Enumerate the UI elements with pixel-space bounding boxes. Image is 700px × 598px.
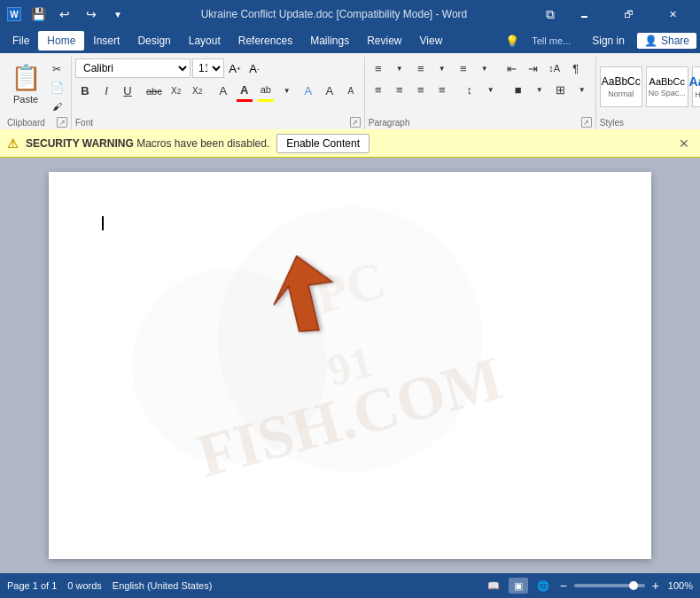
style-normal[interactable]: AaBbCc Normal <box>600 66 642 107</box>
customize-qat-button[interactable]: ▼ <box>108 4 128 24</box>
justify-button[interactable]: ≡ <box>432 80 452 99</box>
style-no-spacing[interactable]: AaBbCc No Spac... <box>646 66 688 107</box>
title-bar-controls: ⧉ 🗕 🗗 ✕ <box>541 0 693 28</box>
menu-mailings[interactable]: Mailings <box>301 31 358 50</box>
security-bar: ⚠ SECURITY WARNING Macros have been disa… <box>0 129 700 158</box>
font-size-smaller[interactable]: A <box>341 82 361 101</box>
underline-button[interactable]: U <box>118 82 137 101</box>
menu-insert[interactable]: Insert <box>84 31 128 50</box>
font-shrink-button[interactable]: A- <box>245 59 263 77</box>
font-grow-button[interactable]: A+ <box>226 59 244 77</box>
zoom-slider[interactable] <box>574 584 645 587</box>
restore-button[interactable]: 🗗 <box>608 0 649 28</box>
bold-button[interactable]: B <box>75 82 95 101</box>
menu-references[interactable]: References <box>229 31 301 50</box>
undo-button[interactable]: ↩ <box>55 4 74 24</box>
paragraph-expand[interactable]: ↗ <box>581 117 592 128</box>
language: English (United States) <box>113 580 213 591</box>
font-size-bigger[interactable]: A <box>320 82 339 101</box>
status-bar: Page 1 of 1 0 words English (United Stat… <box>0 573 700 598</box>
paragraph-group: ≡ ▼ ≡ ▼ ≡ ▼ ⇤ ⇥ ↕A ¶ ≡ ≡ <box>365 57 596 129</box>
paragraph-row1: ≡ ▼ ≡ ▼ ≡ ▼ ⇤ ⇥ ↕A ¶ <box>369 58 592 78</box>
text-effects-button[interactable]: A <box>299 82 318 101</box>
multilevel-arrow[interactable]: ▼ <box>475 58 494 78</box>
zoom-thumb <box>629 581 638 590</box>
align-center-button[interactable]: ≡ <box>390 80 409 99</box>
font-name-row: Calibri 11 A+ A- <box>75 58 361 78</box>
numbering-button[interactable]: ≡ <box>411 58 431 78</box>
bullets-button[interactable]: ≡ <box>369 58 388 78</box>
font-color-button[interactable]: A <box>235 80 254 102</box>
strikethrough-button[interactable]: abc <box>144 82 165 101</box>
numbering-arrow[interactable]: ▼ <box>432 58 452 78</box>
clipboard-group: 📋 Paste ✂ 📄 🖌 Clipboard ↗ <box>4 57 72 129</box>
menu-view[interactable]: View <box>411 31 452 50</box>
zoom-level: 100% <box>666 580 693 591</box>
title-bar: W 💾 ↩ ↪ ▼ Ukraine Conflict Update.doc [C… <box>0 0 700 28</box>
ribbon-display-button[interactable]: ⧉ <box>541 4 560 24</box>
zoom-plus-icon[interactable]: + <box>650 579 661 593</box>
font-name-select[interactable]: Calibri <box>75 58 191 78</box>
shading-button[interactable]: ■ <box>509 80 528 99</box>
paragraph-footer: Paragraph ↗ <box>365 115 595 129</box>
minimize-button[interactable]: 🗕 <box>564 0 604 28</box>
read-mode-button[interactable]: 📖 <box>484 578 503 594</box>
clear-formatting-button[interactable]: A <box>214 82 233 101</box>
status-right: 📖 ▣ 🌐 − + 100% <box>484 578 693 594</box>
menu-design[interactable]: Design <box>128 31 179 50</box>
line-spacing-arrow[interactable]: ▼ <box>481 80 501 99</box>
cut-button[interactable]: ✂ <box>46 60 67 78</box>
close-button[interactable]: ✕ <box>652 0 693 28</box>
align-right-button[interactable]: ≡ <box>411 80 431 99</box>
save-button[interactable]: 💾 <box>28 4 48 24</box>
highlight-button[interactable]: ab <box>256 80 276 102</box>
borders-button[interactable]: ⊞ <box>551 80 571 99</box>
document-page[interactable]: FISH.COM 91 PC <box>49 172 651 559</box>
share-button[interactable]: 👤Share <box>637 33 696 49</box>
decrease-indent-button[interactable]: ⇤ <box>502 58 522 78</box>
paste-button[interactable]: 📋 Paste <box>7 58 44 106</box>
multilevel-button[interactable]: ≡ <box>454 58 473 78</box>
print-layout-button[interactable]: ▣ <box>509 578 528 594</box>
enable-content-button[interactable]: Enable Content <box>276 134 369 153</box>
shading-arrow[interactable]: ▼ <box>530 80 549 99</box>
font-group: Calibri 11 A+ A- B I U abc X <box>72 57 365 129</box>
increase-indent-button[interactable]: ⇥ <box>524 58 543 78</box>
show-hide-button[interactable]: ¶ <box>566 58 586 78</box>
bullets-arrow[interactable]: ▼ <box>390 58 409 78</box>
font-footer: Font ↗ <box>72 115 364 129</box>
line-spacing-button[interactable]: ↕ <box>460 80 479 99</box>
watermark: FISH.COM <box>191 343 510 492</box>
title-bar-left: W 💾 ↩ ↪ ▼ <box>7 4 128 24</box>
zoom-minus-icon[interactable]: − <box>558 579 569 593</box>
redo-button[interactable]: ↪ <box>82 4 101 24</box>
security-close-button[interactable]: ✕ <box>675 135 693 152</box>
font-color-arrow[interactable]: ▼ <box>277 82 297 101</box>
sign-in-button[interactable]: Sign in <box>583 31 634 50</box>
watermark2: 91 <box>322 335 377 396</box>
document-area: FISH.COM 91 PC <box>0 158 700 573</box>
menu-layout[interactable]: Layout <box>180 31 229 50</box>
style-heading1[interactable]: AaBbCc Heading 1 <box>692 66 700 107</box>
align-left-button[interactable]: ≡ <box>369 80 388 99</box>
word-count: 0 words <box>67 580 102 591</box>
menu-home[interactable]: Home <box>38 31 84 50</box>
watermark3: PC <box>307 249 392 326</box>
format-painter-button[interactable]: 🖌 <box>46 97 67 115</box>
italic-button[interactable]: I <box>97 82 116 101</box>
menu-review[interactable]: Review <box>358 31 410 50</box>
page-info: Page 1 of 1 <box>7 580 57 591</box>
clipboard-expand[interactable]: ↗ <box>57 117 67 128</box>
styles-group: AaBbCc Normal AaBbCc No Spac... AaBbCc <box>596 57 700 129</box>
sort-button[interactable]: ↕A <box>545 58 564 78</box>
tell-me-field[interactable]: Tell me... <box>523 32 579 50</box>
menu-file[interactable]: File <box>4 31 38 50</box>
superscript-button[interactable]: X2 <box>188 82 207 101</box>
subscript-button[interactable]: X2 <box>167 82 186 101</box>
web-layout-button[interactable]: 🌐 <box>533 578 553 594</box>
borders-arrow[interactable]: ▼ <box>572 80 592 99</box>
font-size-select[interactable]: 11 <box>192 58 224 78</box>
copy-button[interactable]: 📄 <box>46 79 67 97</box>
font-expand[interactable]: ↗ <box>350 117 361 128</box>
word-icon: W <box>7 7 21 21</box>
